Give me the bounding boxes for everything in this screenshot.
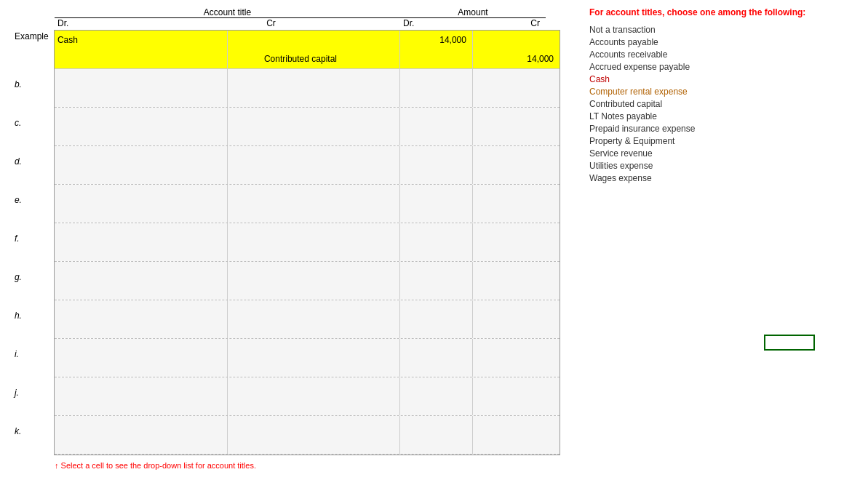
cr-account-cell-h[interactable] [228, 319, 400, 338]
dr-amount-cell-d[interactable] [400, 146, 473, 165]
account-list-item-9: Property & Equipment [589, 136, 829, 146]
right-panel-title: For account titles, choose one among the… [589, 7, 829, 17]
dr-account-cell-k[interactable] [55, 416, 228, 435]
entry-row-dr-i [55, 339, 560, 358]
cr-account-cell-c[interactable] [228, 127, 400, 145]
cr-account-cell-f[interactable] [228, 242, 400, 261]
dr-sub-left: Dr. [55, 18, 142, 28]
dr-amount-row2-b [400, 88, 473, 107]
cr-account-cell-i[interactable] [228, 358, 400, 377]
entry-group-b [55, 69, 560, 108]
dr-amount-row2-e [400, 204, 473, 223]
cr-placeholder-cell-k [228, 416, 400, 435]
account-list-item-2: Accounts receivable [589, 49, 829, 60]
entry-row-cr-d [55, 165, 560, 184]
entry-row-cr-f [55, 242, 560, 261]
dr-account-cell-j[interactable] [55, 377, 228, 396]
example-cr-row: Contributed capital 14,000 [55, 49, 560, 68]
cr-account-cell-d[interactable] [228, 165, 400, 184]
dr-placeholder-cell-e [55, 204, 228, 223]
entry-row-dr-d [55, 146, 560, 165]
dr-amount-cell-g[interactable] [400, 262, 473, 281]
cr-amount-cell-g[interactable] [473, 281, 560, 300]
cr-amount-row1-b [473, 69, 560, 88]
input-box[interactable] [764, 335, 815, 351]
entry-wrapper-b: b. [55, 69, 560, 108]
example-dr-account-row2 [55, 49, 228, 68]
cr-amount-cell-c[interactable] [473, 127, 560, 145]
entry-row-dr-g [55, 262, 560, 281]
cr-account-cell-k[interactable] [228, 435, 400, 454]
cr-amount-cell-k[interactable] [473, 435, 560, 454]
dr-account-cell-d[interactable] [55, 146, 228, 165]
example-label: Example [15, 31, 49, 41]
account-list-item-7: LT Notes payable [589, 111, 829, 121]
cr-account-cell-b[interactable] [228, 88, 400, 107]
dr-amount-cell-e[interactable] [400, 185, 473, 204]
dr-amount-cell-k[interactable] [400, 416, 473, 435]
entry-wrapper-c: c. [55, 108, 560, 146]
cr-amount-cell-h[interactable] [473, 319, 560, 338]
cr-placeholder-cell-i [228, 339, 400, 358]
entry-wrapper-j: j. [55, 377, 560, 416]
cr-account-cell-e[interactable] [228, 204, 400, 223]
cr-amount-cell-d[interactable] [473, 165, 560, 184]
dr-amount-cell-f[interactable] [400, 223, 473, 242]
account-list-item-10: Service revenue [589, 148, 829, 159]
dr-account-cell-h[interactable] [55, 300, 228, 319]
dr-placeholder-cell-g [55, 281, 228, 300]
account-list-item-4: Cash [589, 74, 829, 84]
dr-amount-row2-j [400, 396, 473, 415]
cr-account-cell-g[interactable] [228, 281, 400, 300]
cr-amount-cell-i[interactable] [473, 358, 560, 377]
dr-account-cell-b[interactable] [55, 69, 228, 88]
row-label-d: d. [15, 156, 22, 167]
dr-account-cell-e[interactable] [55, 185, 228, 204]
dr-amount-row2-i [400, 358, 473, 377]
account-list-item-3: Accrued expense payable [589, 62, 829, 72]
amount-header: Amount [400, 7, 546, 18]
dr-account-cell-f[interactable] [55, 223, 228, 242]
dr-account-cell-g[interactable] [55, 262, 228, 281]
cr-sub-left: Cr [142, 18, 400, 28]
row-label-b: b. [15, 79, 22, 89]
cr-amount-cell-f[interactable] [473, 242, 560, 261]
entry-wrapper-i: i. [55, 339, 560, 377]
cr-account-cell-j[interactable] [228, 396, 400, 415]
dr-account-cell-i[interactable] [55, 339, 228, 358]
cr-amount-row1-e [473, 185, 560, 204]
cr-amount-row1-c [473, 108, 560, 127]
dr-amount-row2-g [400, 281, 473, 300]
dr-account-cell-c[interactable] [55, 108, 228, 127]
dr-amount-cell-c[interactable] [400, 108, 473, 127]
dr-amount-cell-i[interactable] [400, 339, 473, 358]
entry-wrapper-h: h. [55, 300, 560, 339]
entry-wrapper-k: k. [55, 416, 560, 455]
account-list-item-8: Prepaid insurance expense [589, 124, 829, 134]
dr-amount-cell-h[interactable] [400, 300, 473, 319]
example-dr-amount: 14,000 [400, 31, 473, 49]
cr-placeholder-cell-d [228, 146, 400, 165]
cr-placeholder-cell-h [228, 300, 400, 319]
row-label-j: j. [15, 388, 19, 398]
cr-amount-cell-j[interactable] [473, 396, 560, 415]
cr-amount-row1-k [473, 416, 560, 435]
entry-group-i [55, 339, 560, 377]
dr-amount-row2-d [400, 165, 473, 184]
example-cr-account[interactable]: Contributed capital [228, 49, 400, 68]
entry-row-dr-h [55, 300, 560, 319]
footer-note: ↑ Select a cell to see the drop-down lis… [15, 461, 560, 470]
dr-amount-cell-b[interactable] [400, 69, 473, 88]
example-cr-account-row1 [228, 31, 400, 49]
cr-sub-right: Cr [458, 18, 546, 28]
cr-placeholder-cell-e [228, 185, 400, 204]
entry-group-h [55, 300, 560, 339]
cr-amount-cell-b[interactable] [473, 88, 560, 107]
cr-amount-cell-e[interactable] [473, 204, 560, 223]
dr-amount-cell-j[interactable] [400, 377, 473, 396]
cr-amount-row1-j [473, 377, 560, 396]
account-list-item-1: Accounts payable [589, 37, 829, 47]
example-dr-account[interactable]: Cash [55, 31, 228, 49]
main-container: Account title Amount Dr. Cr Dr. Cr E [0, 0, 844, 477]
entry-wrapper-f: f. [55, 223, 560, 262]
